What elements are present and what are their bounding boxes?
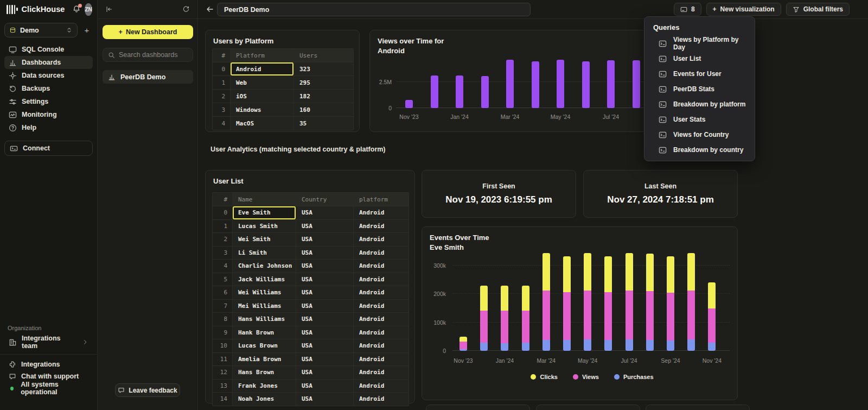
stacked-bar[interactable] [667, 256, 674, 351]
stacked-bar[interactable] [708, 282, 716, 351]
bar[interactable] [633, 60, 640, 108]
cell-name[interactable]: Hans Williams [233, 313, 296, 326]
refresh-icon[interactable] [182, 5, 190, 13]
dashboard-title-input[interactable] [217, 3, 531, 16]
visualizations-count-button[interactable]: 8 [674, 3, 701, 16]
cell-country[interactable]: USA [296, 233, 354, 246]
stacked-bar[interactable] [646, 254, 654, 351]
sidebar-item-integrations-team[interactable]: Integrations team [4, 335, 93, 349]
stacked-bar[interactable] [522, 286, 529, 351]
cell-name[interactable]: Wei Williams [233, 286, 296, 299]
stacked-bar[interactable] [542, 253, 550, 351]
search-dashboards-input[interactable] [119, 51, 188, 59]
cell-country[interactable]: USA [296, 393, 354, 406]
sidebar-item-help[interactable]: Help [4, 121, 93, 134]
bar[interactable] [481, 76, 489, 108]
cell-name[interactable]: Noah Jones [233, 393, 296, 406]
dashboard-list-item[interactable]: PeerDB Demo [103, 70, 193, 84]
cell-platform[interactable]: Android [354, 260, 409, 273]
query-item[interactable]: Views for Country [644, 127, 755, 142]
cell-country[interactable]: USA [296, 247, 354, 260]
workspace-select[interactable]: Demo [4, 23, 78, 37]
cell-country[interactable]: USA [296, 260, 354, 273]
cell-users[interactable]: 295 [294, 76, 353, 89]
cell-platform[interactable]: Android [354, 233, 409, 246]
bar[interactable] [456, 75, 463, 108]
bar[interactable] [582, 61, 590, 108]
cell-name[interactable]: Wei Smith [233, 233, 296, 246]
sidebar-item-sql-console[interactable]: SQL Console [4, 43, 93, 56]
cell-country[interactable]: USA [296, 326, 354, 339]
cell-users[interactable]: 160 [294, 103, 353, 116]
cell-country[interactable]: USA [296, 286, 354, 299]
cell-platform[interactable]: Android [354, 273, 409, 286]
cell-name[interactable]: Eve Smith [233, 206, 296, 219]
cell-name[interactable]: Hans Brown [233, 366, 296, 379]
stacked-bar[interactable] [459, 337, 467, 351]
cell-platform[interactable]: Android [354, 339, 409, 352]
collapse-sidebar-icon[interactable] [105, 5, 113, 13]
query-item[interactable]: Views by Platform by Day [644, 36, 755, 51]
bar[interactable] [607, 60, 615, 108]
cell-name[interactable]: Li Smith [233, 247, 296, 260]
cell-platform[interactable]: Android [354, 313, 409, 326]
bar[interactable] [431, 75, 438, 108]
cell-country[interactable]: USA [296, 206, 354, 219]
notifications-bell-icon[interactable] [72, 5, 81, 14]
cell-name[interactable]: Charlie Johnson [233, 260, 296, 273]
query-item[interactable]: Breakdown by country [644, 142, 755, 157]
query-item[interactable]: PeerDB Stats [644, 81, 755, 97]
cell-country[interactable]: USA [296, 339, 354, 352]
cell-platform[interactable]: Windows [231, 103, 294, 116]
add-service-button[interactable]: + [82, 26, 92, 35]
stacked-bar[interactable] [501, 286, 508, 351]
cell-name[interactable]: Mei Williams [233, 300, 296, 313]
cell-country[interactable]: USA [296, 300, 354, 313]
new-visualization-button[interactable]: + New visualization [706, 3, 781, 16]
stacked-bar[interactable] [604, 256, 612, 351]
bar[interactable] [405, 100, 413, 108]
cell-platform[interactable]: Android [354, 326, 409, 339]
cell-platform[interactable]: Android [354, 300, 409, 313]
cell-platform[interactable]: iOS [231, 90, 294, 103]
cell-name[interactable]: Lucas Smith [233, 220, 296, 233]
sidebar-item-settings[interactable]: Settings [4, 95, 93, 108]
connect-button[interactable]: Connect [4, 141, 93, 156]
cell-country[interactable]: USA [296, 313, 354, 326]
cell-platform[interactable]: Android [354, 220, 409, 233]
new-dashboard-button[interactable]: + New Dashboard [103, 25, 193, 39]
bar[interactable] [506, 60, 514, 108]
cell-name[interactable]: Hank Brown [233, 326, 296, 339]
cell-platform[interactable]: Android [231, 62, 294, 75]
bar[interactable] [557, 60, 564, 108]
query-item[interactable]: User List [644, 51, 755, 66]
cell-platform[interactable]: Android [354, 286, 409, 299]
cell-users[interactable]: 35 [294, 117, 353, 130]
cell-platform[interactable]: Android [354, 206, 409, 219]
query-item[interactable]: Events for User [644, 66, 755, 81]
cell-country[interactable]: USA [296, 220, 354, 233]
bar[interactable] [532, 61, 539, 108]
cell-platform[interactable]: MacOS [231, 117, 294, 130]
sidebar-item-system-status[interactable]: All systems operational [4, 382, 93, 394]
stacked-bar[interactable] [687, 253, 695, 351]
cell-country[interactable]: USA [296, 273, 354, 286]
cell-platform[interactable]: Android [354, 353, 409, 366]
cell-platform[interactable]: Android [354, 366, 409, 379]
back-button[interactable] [206, 5, 214, 14]
cell-country[interactable]: USA [296, 380, 354, 393]
global-filters-button[interactable]: Global filters [786, 3, 850, 16]
cell-platform[interactable]: Web [231, 76, 294, 89]
stacked-bar[interactable] [480, 286, 488, 351]
cell-platform[interactable]: Android [354, 247, 409, 260]
avatar[interactable]: ZN [85, 3, 92, 16]
sidebar-item-integrations[interactable]: Integrations [4, 358, 93, 370]
sidebar-item-dashboards[interactable]: Dashboards [4, 56, 93, 69]
cell-users[interactable]: 323 [294, 62, 353, 75]
leave-feedback-button[interactable]: Leave feedback [115, 383, 180, 397]
cell-name[interactable]: Amelia Brown [233, 353, 296, 366]
sidebar-item-monitoring[interactable]: Monitoring [4, 108, 93, 121]
sidebar-item-data-sources[interactable]: Data sources [4, 69, 93, 82]
cell-name[interactable]: Jack Williams [233, 273, 296, 286]
cell-country[interactable]: USA [296, 366, 354, 379]
